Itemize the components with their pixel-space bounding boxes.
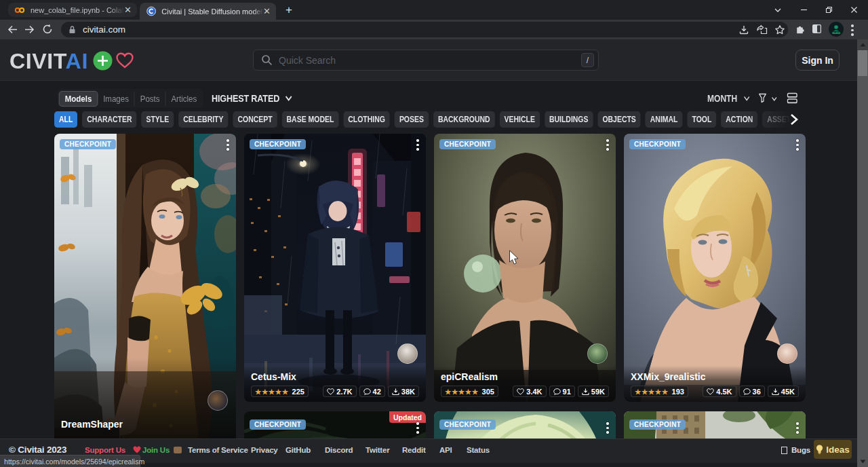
svg-text:abcdefg: abcdefg [832,31,840,34]
